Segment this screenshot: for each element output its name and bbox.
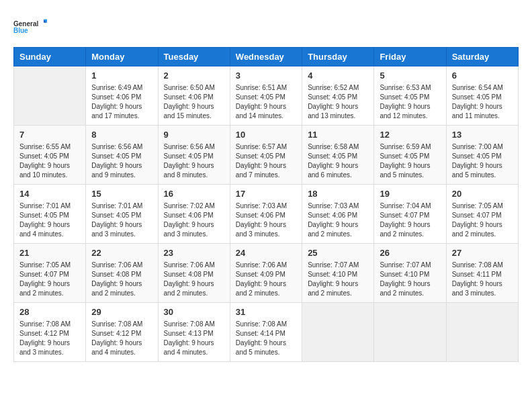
weekday-header: SundayMondayTuesdayWednesdayThursdayFrid… [14, 48, 519, 66]
header: General Blue [13, 13, 519, 40]
calendar-cell: 25Sunrise: 7:07 AM Sunset: 4:10 PM Dayli… [302, 244, 374, 303]
day-number: 20 [452, 189, 513, 199]
day-number: 22 [91, 248, 152, 258]
svg-text:General: General [13, 20, 38, 28]
calendar-cell: 26Sunrise: 7:07 AM Sunset: 4:10 PM Dayli… [374, 244, 446, 303]
day-number: 15 [91, 189, 152, 199]
calendar-week-2: 7Sunrise: 6:55 AM Sunset: 4:05 PM Daylig… [14, 126, 519, 185]
calendar-cell: 1Sunrise: 6:49 AM Sunset: 4:06 PM Daylig… [86, 66, 158, 126]
calendar-week-4: 21Sunrise: 7:05 AM Sunset: 4:07 PM Dayli… [14, 244, 519, 303]
day-info: Sunrise: 7:08 AM Sunset: 4:11 PM Dayligh… [452, 261, 513, 298]
day-info: Sunrise: 6:49 AM Sunset: 4:06 PM Dayligh… [91, 83, 152, 121]
day-number: 14 [19, 189, 80, 199]
day-info: Sunrise: 6:57 AM Sunset: 4:05 PM Dayligh… [236, 142, 296, 180]
day-number: 28 [19, 307, 80, 317]
calendar-cell: 22Sunrise: 7:06 AM Sunset: 4:08 PM Dayli… [86, 244, 158, 303]
calendar-cell: 3Sunrise: 6:51 AM Sunset: 4:05 PM Daylig… [230, 66, 302, 126]
calendar-cell [302, 303, 374, 362]
calendar-cell: 20Sunrise: 7:05 AM Sunset: 4:07 PM Dayli… [446, 185, 518, 244]
calendar-cell: 27Sunrise: 7:08 AM Sunset: 4:11 PM Dayli… [446, 244, 518, 303]
day-info: Sunrise: 6:52 AM Sunset: 4:05 PM Dayligh… [308, 83, 368, 121]
day-number: 27 [452, 248, 513, 258]
day-number: 4 [308, 71, 368, 81]
day-info: Sunrise: 7:01 AM Sunset: 4:05 PM Dayligh… [19, 201, 80, 239]
day-info: Sunrise: 6:59 AM Sunset: 4:05 PM Dayligh… [380, 142, 440, 180]
calendar-cell: 17Sunrise: 7:03 AM Sunset: 4:06 PM Dayli… [230, 185, 302, 244]
day-number: 23 [164, 248, 224, 258]
calendar-cell: 29Sunrise: 7:08 AM Sunset: 4:12 PM Dayli… [86, 303, 158, 362]
day-info: Sunrise: 7:05 AM Sunset: 4:07 PM Dayligh… [452, 201, 513, 239]
calendar-cell: 19Sunrise: 7:04 AM Sunset: 4:07 PM Dayli… [374, 185, 446, 244]
calendar-cell: 13Sunrise: 7:00 AM Sunset: 4:05 PM Dayli… [446, 126, 518, 185]
calendar-cell: 24Sunrise: 7:06 AM Sunset: 4:09 PM Dayli… [230, 244, 302, 303]
day-info: Sunrise: 7:06 AM Sunset: 4:09 PM Dayligh… [236, 261, 296, 298]
day-number: 26 [380, 248, 440, 258]
day-number: 5 [380, 71, 440, 81]
logo-svg: General Blue [13, 13, 47, 40]
weekday-header-monday: Monday [86, 48, 158, 66]
svg-text:Blue: Blue [13, 27, 28, 34]
day-number: 30 [164, 307, 224, 317]
calendar-cell: 11Sunrise: 6:58 AM Sunset: 4:05 PM Dayli… [302, 126, 374, 185]
calendar-cell: 31Sunrise: 7:08 AM Sunset: 4:14 PM Dayli… [230, 303, 302, 362]
calendar-cell: 23Sunrise: 7:06 AM Sunset: 4:08 PM Dayli… [158, 244, 230, 303]
calendar-cell: 7Sunrise: 6:55 AM Sunset: 4:05 PM Daylig… [14, 126, 86, 185]
calendar-cell: 10Sunrise: 6:57 AM Sunset: 4:05 PM Dayli… [230, 126, 302, 185]
weekday-header-wednesday: Wednesday [230, 48, 302, 66]
day-number: 29 [91, 307, 152, 317]
weekday-header-thursday: Thursday [302, 48, 374, 66]
weekday-header-sunday: Sunday [14, 48, 86, 66]
calendar-week-5: 28Sunrise: 7:08 AM Sunset: 4:12 PM Dayli… [14, 303, 519, 362]
weekday-header-tuesday: Tuesday [158, 48, 230, 66]
day-number: 2 [164, 71, 224, 81]
day-info: Sunrise: 7:03 AM Sunset: 4:06 PM Dayligh… [308, 201, 368, 239]
day-info: Sunrise: 7:06 AM Sunset: 4:08 PM Dayligh… [164, 261, 224, 298]
day-number: 7 [19, 130, 80, 140]
day-info: Sunrise: 6:54 AM Sunset: 4:05 PM Dayligh… [452, 83, 513, 121]
day-info: Sunrise: 6:50 AM Sunset: 4:06 PM Dayligh… [164, 83, 224, 121]
calendar-cell: 28Sunrise: 7:08 AM Sunset: 4:12 PM Dayli… [14, 303, 86, 362]
day-number: 1 [91, 71, 152, 81]
calendar-cell: 14Sunrise: 7:01 AM Sunset: 4:05 PM Dayli… [14, 185, 86, 244]
calendar-table: SundayMondayTuesdayWednesdayThursdayFrid… [13, 47, 519, 362]
day-number: 24 [236, 248, 296, 258]
day-number: 10 [236, 130, 296, 140]
calendar-cell [446, 303, 518, 362]
calendar-cell: 30Sunrise: 7:08 AM Sunset: 4:13 PM Dayli… [158, 303, 230, 362]
calendar-cell [374, 303, 446, 362]
calendar-cell: 21Sunrise: 7:05 AM Sunset: 4:07 PM Dayli… [14, 244, 86, 303]
day-info: Sunrise: 7:00 AM Sunset: 4:05 PM Dayligh… [452, 142, 513, 180]
day-info: Sunrise: 6:58 AM Sunset: 4:05 PM Dayligh… [308, 142, 368, 180]
day-info: Sunrise: 7:07 AM Sunset: 4:10 PM Dayligh… [380, 261, 440, 298]
day-info: Sunrise: 7:02 AM Sunset: 4:06 PM Dayligh… [164, 201, 224, 239]
calendar-cell: 18Sunrise: 7:03 AM Sunset: 4:06 PM Dayli… [302, 185, 374, 244]
day-info: Sunrise: 6:53 AM Sunset: 4:05 PM Dayligh… [380, 83, 440, 121]
day-info: Sunrise: 7:07 AM Sunset: 4:10 PM Dayligh… [308, 261, 368, 298]
day-info: Sunrise: 6:56 AM Sunset: 4:05 PM Dayligh… [164, 142, 224, 180]
day-number: 12 [380, 130, 440, 140]
day-number: 19 [380, 189, 440, 199]
day-info: Sunrise: 6:56 AM Sunset: 4:05 PM Dayligh… [91, 142, 152, 180]
calendar-cell: 4Sunrise: 6:52 AM Sunset: 4:05 PM Daylig… [302, 66, 374, 126]
calendar-cell: 2Sunrise: 6:50 AM Sunset: 4:06 PM Daylig… [158, 66, 230, 126]
calendar-cell: 9Sunrise: 6:56 AM Sunset: 4:05 PM Daylig… [158, 126, 230, 185]
calendar-cell: 5Sunrise: 6:53 AM Sunset: 4:05 PM Daylig… [374, 66, 446, 126]
calendar-cell: 8Sunrise: 6:56 AM Sunset: 4:05 PM Daylig… [86, 126, 158, 185]
day-info: Sunrise: 7:05 AM Sunset: 4:07 PM Dayligh… [19, 261, 80, 298]
day-info: Sunrise: 6:51 AM Sunset: 4:05 PM Dayligh… [236, 83, 296, 121]
weekday-header-friday: Friday [374, 48, 446, 66]
day-number: 3 [236, 71, 296, 81]
day-number: 16 [164, 189, 224, 199]
day-number: 21 [19, 248, 80, 258]
day-number: 13 [452, 130, 513, 140]
day-number: 17 [236, 189, 296, 199]
calendar-cell: 6Sunrise: 6:54 AM Sunset: 4:05 PM Daylig… [446, 66, 518, 126]
day-number: 11 [308, 130, 368, 140]
day-number: 8 [91, 130, 152, 140]
day-number: 6 [452, 71, 513, 81]
day-info: Sunrise: 7:08 AM Sunset: 4:13 PM Dayligh… [164, 320, 224, 357]
day-number: 18 [308, 189, 368, 199]
calendar-cell: 16Sunrise: 7:02 AM Sunset: 4:06 PM Dayli… [158, 185, 230, 244]
day-info: Sunrise: 7:08 AM Sunset: 4:12 PM Dayligh… [19, 320, 80, 357]
day-number: 9 [164, 130, 224, 140]
